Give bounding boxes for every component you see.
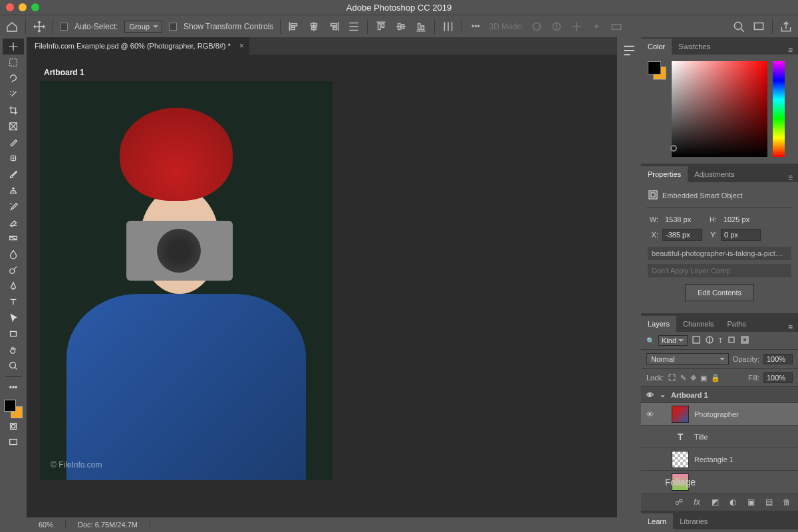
properties-tab[interactable]: Properties: [641, 166, 688, 182]
channels-tab[interactable]: Channels: [676, 316, 720, 332]
lock-position-icon[interactable]: ✥: [690, 374, 696, 382]
panel-menu-icon[interactable]: ≡: [783, 45, 798, 55]
lasso-tool[interactable]: [3, 70, 24, 86]
marquee-tool[interactable]: [3, 55, 24, 70]
align-center-v-icon[interactable]: [394, 20, 408, 33]
layer-artboard[interactable]: 👁 ⌄ Artboard 1: [641, 387, 798, 403]
swatches-tab[interactable]: Swatches: [672, 39, 717, 55]
visibility-icon[interactable]: 👁: [645, 391, 654, 399]
layer-name[interactable]: Foliage: [672, 473, 689, 491]
layer-style-icon[interactable]: fx: [691, 497, 703, 507]
align-left-icon[interactable]: [287, 20, 301, 33]
layer-thumbnail[interactable]: [672, 451, 689, 468]
align-right-icon[interactable]: [327, 20, 340, 33]
filter-type-icon[interactable]: T: [718, 336, 723, 344]
filter-smart-icon[interactable]: [740, 335, 749, 346]
history-panel-icon[interactable]: [620, 41, 638, 60]
hue-slider[interactable]: [773, 61, 785, 157]
zoom-tool[interactable]: [3, 358, 24, 374]
fill-input[interactable]: [763, 372, 793, 383]
show-transform-checkbox[interactable]: [169, 23, 177, 31]
canvas[interactable]: Artboard 1 © FileInfo.com: [27, 55, 617, 517]
screen-mode-icon[interactable]: [752, 20, 765, 33]
type-tool[interactable]: [3, 294, 24, 310]
clone-stamp-tool[interactable]: [3, 182, 24, 198]
move-tool-icon[interactable]: [33, 20, 46, 33]
filter-pixel-icon[interactable]: [692, 335, 701, 346]
more-options-icon[interactable]: •••: [469, 20, 482, 33]
layer-comp-dropdown[interactable]: Don't Apply Layer Comp: [648, 264, 791, 277]
layer-foliage[interactable]: Foliage: [641, 471, 798, 493]
search-icon[interactable]: [732, 20, 745, 33]
artboard[interactable]: © FileInfo.com: [40, 81, 332, 480]
healing-brush-tool[interactable]: [3, 150, 24, 166]
foreground-background-swatch[interactable]: [4, 400, 23, 418]
history-brush-tool[interactable]: [3, 198, 24, 214]
new-group-icon[interactable]: ▣: [745, 497, 757, 507]
magic-wand-tool[interactable]: [3, 86, 24, 102]
layers-tab[interactable]: Layers: [641, 316, 676, 332]
layer-rectangle[interactable]: Rectangle 1: [641, 448, 798, 471]
edit-contents-button[interactable]: Edit Contents: [685, 284, 754, 301]
delete-layer-icon[interactable]: 🗑: [781, 497, 793, 507]
eyedropper-tool[interactable]: [3, 134, 24, 150]
align-bottom-icon[interactable]: [414, 20, 428, 33]
panel-menu-icon[interactable]: ≡: [783, 173, 798, 182]
foreground-color[interactable]: [4, 400, 16, 412]
distribute-icon[interactable]: [442, 20, 455, 33]
filter-adjust-icon[interactable]: [705, 335, 714, 346]
zoom-level[interactable]: 60%: [27, 521, 66, 529]
learn-tab[interactable]: Learn: [641, 513, 673, 529]
hand-tool[interactable]: [3, 342, 24, 358]
lock-pixels-icon[interactable]: ✎: [680, 374, 686, 382]
auto-select-dropdown[interactable]: Group: [124, 21, 162, 33]
blend-mode-dropdown[interactable]: Normal: [646, 353, 729, 365]
crop-tool[interactable]: [3, 102, 24, 118]
layer-name[interactable]: Title: [694, 433, 708, 441]
move-tool[interactable]: [3, 39, 24, 55]
lock-transparency-icon[interactable]: [668, 373, 676, 383]
pen-tool[interactable]: [3, 278, 24, 294]
share-icon[interactable]: [779, 20, 793, 33]
x-input[interactable]: [662, 229, 702, 241]
quick-mask-icon[interactable]: [3, 418, 24, 434]
height-input[interactable]: [721, 214, 761, 225]
adjustments-tab[interactable]: Adjustments: [688, 166, 741, 182]
lock-artboard-icon[interactable]: ▣: [700, 374, 707, 382]
close-tab-icon[interactable]: ×: [239, 41, 244, 51]
layer-name[interactable]: Artboard 1: [671, 391, 708, 399]
new-layer-icon[interactable]: ▤: [763, 497, 775, 507]
rectangle-tool[interactable]: [3, 326, 24, 342]
align-stack-icon[interactable]: [347, 20, 360, 33]
edit-toolbar-icon[interactable]: •••: [3, 380, 24, 396]
align-top-icon[interactable]: [374, 20, 388, 33]
adjustment-layer-icon[interactable]: ◐: [727, 497, 739, 507]
layer-photographer[interactable]: 👁 Photographer: [641, 403, 798, 426]
eraser-tool[interactable]: [3, 214, 24, 230]
layer-name[interactable]: Photographer: [694, 410, 739, 418]
y-input[interactable]: [721, 229, 761, 241]
color-field[interactable]: [672, 61, 767, 157]
blur-tool[interactable]: [3, 246, 24, 262]
visibility-icon[interactable]: 👁: [645, 410, 654, 418]
artboard-label[interactable]: Artboard 1: [44, 68, 604, 77]
auto-select-checkbox[interactable]: [60, 23, 68, 31]
document-size[interactable]: Doc: 6.75M/24.7M: [66, 521, 150, 529]
frame-tool[interactable]: [3, 118, 24, 134]
dodge-tool[interactable]: [3, 262, 24, 278]
filter-kind-dropdown[interactable]: Kind: [658, 335, 688, 346]
home-icon[interactable]: [5, 20, 19, 33]
layer-mask-icon[interactable]: ◩: [709, 497, 721, 507]
color-swatch-pair[interactable]: [648, 61, 666, 80]
lock-all-icon[interactable]: 🔒: [711, 374, 720, 382]
link-layers-icon[interactable]: ☍: [673, 497, 685, 507]
path-selection-tool[interactable]: [3, 310, 24, 326]
width-input[interactable]: [662, 214, 702, 225]
gradient-tool[interactable]: [3, 230, 24, 246]
document-tab[interactable]: FileInfo.com Example.psd @ 60% (Photogra…: [27, 37, 249, 55]
brush-tool[interactable]: [3, 166, 24, 182]
layer-thumbnail[interactable]: [672, 406, 689, 423]
opacity-input[interactable]: [763, 354, 793, 364]
panel-menu-icon[interactable]: ≡: [783, 323, 798, 332]
paths-tab[interactable]: Paths: [721, 316, 753, 332]
